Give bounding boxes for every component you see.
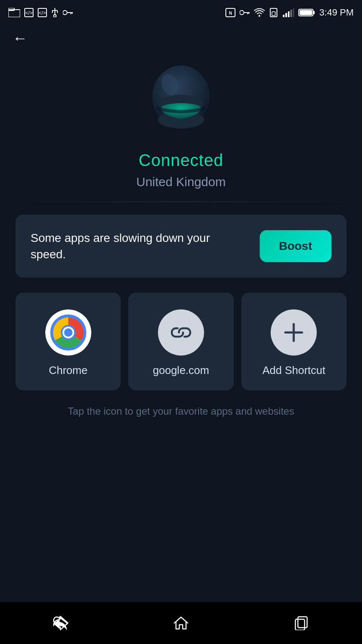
add-shortcut-label: Add Shortcut — [262, 364, 325, 377]
hint-text: Tap the icon to get your favorite apps a… — [51, 405, 311, 417]
shortcuts-grid: Chrome google.com Add Shortcut — [16, 293, 346, 390]
svg-point-17 — [240, 10, 244, 15]
connected-status: Connected — [139, 151, 223, 170]
svg-rect-30 — [313, 11, 315, 14]
wifi-icon — [254, 8, 265, 17]
nav-recent-button[interactable] — [285, 610, 318, 636]
svg-point-21 — [259, 15, 260, 17]
status-icons-left: </> </> — [8, 8, 73, 17]
svg-rect-42 — [298, 617, 307, 628]
svg-rect-25 — [285, 13, 287, 17]
shortcut-add[interactable]: Add Shortcut — [241, 293, 346, 390]
back-button[interactable]: ← — [13, 29, 28, 47]
link-icon — [168, 320, 194, 345]
boost-card: Some apps are slowing down your speed. B… — [16, 215, 346, 278]
nav-bar — [0, 602, 362, 644]
boost-message: Some apps are slowing down your speed. — [31, 230, 223, 262]
nfc-icon: N — [225, 8, 235, 17]
shortcut-chrome[interactable]: Chrome — [16, 293, 121, 390]
google-label: google.com — [153, 364, 209, 377]
chrome-label: Chrome — [49, 364, 87, 377]
code-icon-1: </> — [24, 8, 34, 17]
nav-home-icon — [173, 615, 189, 631]
link-icon-wrap — [158, 309, 204, 356]
status-bar: </> </> N — [0, 0, 362, 25]
shortcut-google[interactable]: google.com — [128, 293, 233, 390]
nav-back-button[interactable] — [44, 610, 77, 636]
screenshot-icon — [8, 8, 20, 17]
code-icon-2: </> — [38, 8, 47, 17]
signal-icon — [282, 8, 294, 17]
nav-recent-icon — [295, 616, 309, 630]
add-icon — [281, 320, 306, 345]
svg-rect-23 — [272, 12, 275, 16]
svg-rect-43 — [295, 619, 305, 630]
svg-text:</>: </> — [39, 10, 46, 16]
section-divider — [0, 202, 362, 202]
nav-back-icon — [52, 615, 69, 631]
usb-icon — [51, 8, 59, 17]
battery-icon — [298, 8, 315, 17]
svg-text:</>: </> — [25, 10, 32, 16]
sim-icon — [269, 8, 278, 17]
svg-text:N: N — [229, 11, 232, 16]
helmet-icon — [139, 59, 223, 143]
location-text: United Kingdom — [136, 175, 225, 189]
boost-button[interactable]: Boost — [260, 230, 331, 262]
svg-rect-28 — [293, 8, 294, 17]
add-icon-wrap — [271, 309, 317, 356]
key-icon — [63, 10, 73, 16]
status-icons-right: N — [225, 7, 354, 18]
svg-rect-24 — [283, 15, 284, 17]
chrome-icon-wrap — [45, 309, 91, 356]
svg-point-10 — [54, 15, 56, 17]
vpn-key-icon — [240, 10, 250, 16]
main-content: Connected United Kingdom Some apps are s… — [0, 25, 362, 417]
svg-rect-27 — [290, 10, 292, 17]
status-time: 3:49 PM — [319, 7, 354, 18]
nav-home-button[interactable] — [164, 610, 198, 636]
chrome-icon — [45, 309, 91, 356]
svg-point-39 — [64, 328, 72, 337]
svg-rect-26 — [288, 11, 290, 17]
svg-rect-31 — [300, 10, 312, 15]
svg-point-11 — [63, 10, 67, 15]
